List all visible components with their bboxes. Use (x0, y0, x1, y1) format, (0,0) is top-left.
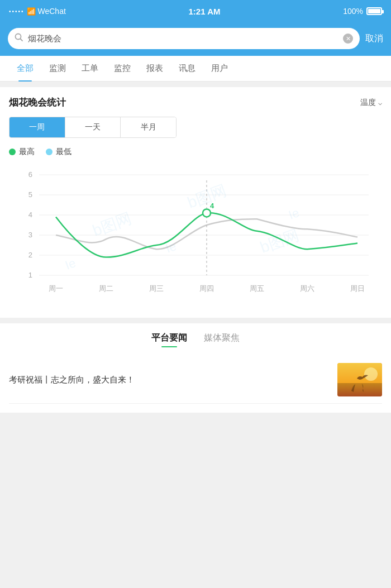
chart-title: 烟花晚会统计 (9, 96, 66, 109)
svg-text:周日: 周日 (350, 284, 365, 293)
tab-bar: 全部 监测 工单 监控 报表 讯息 用户 (0, 56, 391, 82)
cancel-button[interactable]: 取消 (365, 31, 383, 47)
news-item-thumbnail (337, 363, 382, 396)
svg-point-23 (203, 209, 211, 217)
news-section: 平台要闻 媒体聚焦 考研祝福丨志之所向，盛大自来！ (0, 323, 391, 413)
news-tabs: 平台要闻 媒体聚焦 (9, 332, 382, 347)
search-clear-button[interactable]: ✕ (343, 34, 353, 44)
svg-text:5: 5 (28, 190, 32, 199)
period-week-button[interactable]: 一周 (9, 117, 65, 137)
period-day-button[interactable]: 一天 (65, 117, 121, 137)
tab-message[interactable]: 讯息 (171, 56, 203, 82)
search-box[interactable]: 烟花晚会 ✕ (8, 28, 360, 49)
status-time: 1:21 AM (189, 7, 221, 16)
chart-card: 烟花晚会统计 温度 ⌵ 一周 一天 半月 最高 最低 (0, 87, 391, 318)
svg-text:Ie: Ie (287, 205, 301, 222)
chart-svg: 6 5 4 3 2 1 周一 周二 周三 周四 周五 周六 周日 (9, 164, 382, 309)
chevron-down-icon: ⌵ (378, 99, 382, 107)
chart-filter-dropdown[interactable]: 温度 ⌵ (360, 98, 382, 108)
legend-max-label: 最高 (19, 147, 35, 157)
section-divider (0, 318, 391, 323)
legend-min: 最低 (46, 147, 71, 157)
tab-user[interactable]: 用户 (203, 56, 236, 82)
tab-control[interactable]: 监控 (106, 56, 139, 82)
news-item-text: 考研祝福丨志之所向，盛大自来！ (9, 374, 331, 386)
svg-text:b图网: b图网 (258, 226, 301, 256)
news-tab-platform[interactable]: 平台要闻 (151, 332, 187, 347)
legend-max-dot (9, 149, 16, 155)
legend-min-label: 最低 (56, 147, 71, 157)
svg-text:6: 6 (28, 170, 32, 179)
svg-text:周五: 周五 (250, 284, 264, 293)
period-half-month-button[interactable]: 半月 (121, 117, 176, 137)
svg-text:Ie: Ie (63, 256, 78, 273)
news-tab-media[interactable]: 媒体聚焦 (204, 332, 240, 347)
period-selector: 一周 一天 半月 (9, 117, 177, 138)
svg-text:3: 3 (28, 231, 32, 239)
svg-line-1 (21, 39, 23, 41)
news-item[interactable]: 考研祝福丨志之所向，盛大自来！ (9, 356, 382, 404)
svg-text:4: 4 (28, 211, 32, 219)
carrier-label: WeChat (38, 7, 66, 16)
status-bar: ••••• 📶 WeChat 1:21 AM 100% (0, 0, 391, 22)
svg-text:Ie: Ie (164, 239, 178, 256)
battery-icon (366, 7, 382, 15)
filter-label: 温度 (360, 98, 376, 108)
signal-dots: ••••• (9, 8, 25, 15)
chart-legend: 最高 最低 (9, 147, 382, 157)
svg-text:1: 1 (28, 271, 32, 279)
search-area: 烟花晚会 ✕ 取消 (0, 22, 391, 56)
svg-text:周三: 周三 (149, 284, 164, 293)
tab-report[interactable]: 报表 (139, 56, 171, 82)
tab-all[interactable]: 全部 (9, 56, 41, 82)
svg-text:周二: 周二 (99, 284, 113, 293)
svg-point-31 (364, 367, 378, 381)
chart-header: 烟花晚会统计 温度 ⌵ (9, 96, 382, 109)
legend-min-dot (46, 149, 53, 155)
tab-monitor[interactable]: 监测 (41, 56, 74, 82)
svg-text:周六: 周六 (300, 284, 314, 293)
search-input[interactable]: 烟花晚会 (28, 34, 338, 44)
status-left: ••••• 📶 WeChat (9, 7, 66, 16)
legend-max: 最高 (9, 147, 35, 157)
chart-area: 6 5 4 3 2 1 周一 周二 周三 周四 周五 周六 周日 (9, 164, 382, 309)
svg-text:2: 2 (28, 251, 32, 259)
wifi-icon: 📶 (27, 7, 36, 16)
search-icon (15, 33, 23, 44)
tab-order[interactable]: 工单 (74, 56, 106, 82)
main-content: 烟花晚会统计 温度 ⌵ 一周 一天 半月 最高 最低 (0, 87, 391, 413)
svg-text:周一: 周一 (49, 284, 63, 293)
status-right: 100% (343, 7, 382, 16)
battery-percent: 100% (343, 7, 363, 16)
svg-text:周四: 周四 (199, 284, 214, 293)
